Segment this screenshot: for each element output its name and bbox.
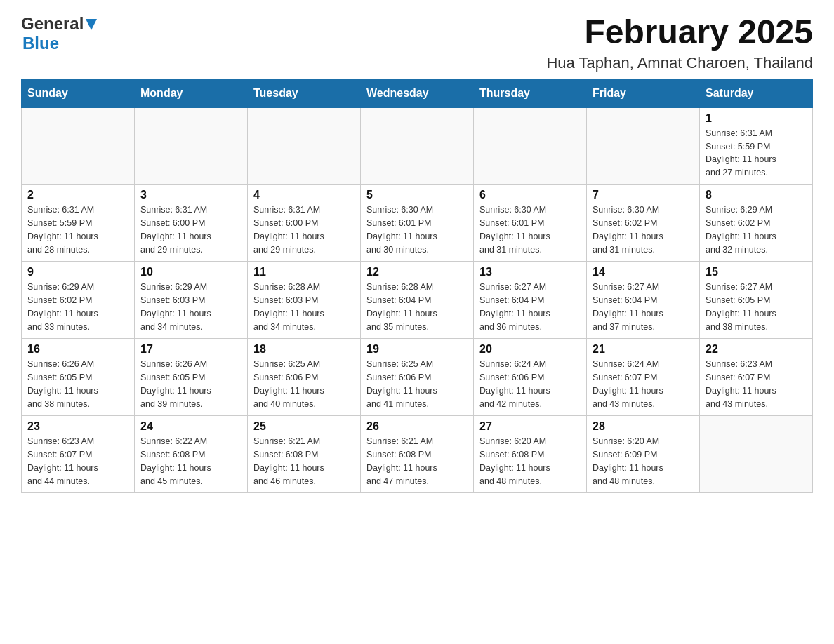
calendar-cell: 17Sunrise: 6:26 AM Sunset: 6:05 PM Dayli… (135, 339, 248, 416)
day-info: Sunrise: 6:25 AM Sunset: 6:06 PM Dayligh… (253, 358, 355, 410)
calendar-cell: 2Sunrise: 6:31 AM Sunset: 5:59 PM Daylig… (22, 185, 135, 262)
day-info: Sunrise: 6:21 AM Sunset: 6:08 PM Dayligh… (253, 435, 355, 488)
day-info: Sunrise: 6:31 AM Sunset: 5:59 PM Dayligh… (27, 203, 128, 256)
calendar-cell: 3Sunrise: 6:31 AM Sunset: 6:00 PM Daylig… (135, 185, 248, 262)
col-header-saturday: Saturday (700, 79, 813, 107)
calendar-cell: 10Sunrise: 6:29 AM Sunset: 6:03 PM Dayli… (135, 262, 248, 339)
calendar-cell: 28Sunrise: 6:20 AM Sunset: 6:09 PM Dayli… (587, 416, 700, 493)
logo: General Blue (21, 14, 97, 53)
calendar-week-row: 23Sunrise: 6:23 AM Sunset: 6:07 PM Dayli… (22, 416, 813, 493)
day-info: Sunrise: 6:22 AM Sunset: 6:08 PM Dayligh… (140, 435, 241, 488)
day-info: Sunrise: 6:25 AM Sunset: 6:06 PM Dayligh… (366, 358, 468, 410)
day-number: 13 (479, 266, 581, 279)
day-info: Sunrise: 6:29 AM Sunset: 6:02 PM Dayligh… (706, 203, 807, 256)
day-info: Sunrise: 6:21 AM Sunset: 6:08 PM Dayligh… (366, 435, 468, 488)
calendar-cell (700, 416, 813, 493)
logo-arrow-icon (86, 19, 97, 33)
calendar-cell (474, 107, 587, 185)
calendar-cell: 8Sunrise: 6:29 AM Sunset: 6:02 PM Daylig… (700, 185, 813, 262)
day-number: 17 (140, 343, 241, 356)
calendar-subtitle: Hua Taphan, Amnat Charoen, Thailand (546, 54, 813, 72)
col-header-tuesday: Tuesday (248, 79, 361, 107)
calendar-week-row: 2Sunrise: 6:31 AM Sunset: 5:59 PM Daylig… (22, 185, 813, 262)
calendar-cell: 18Sunrise: 6:25 AM Sunset: 6:06 PM Dayli… (248, 339, 361, 416)
calendar-cell: 25Sunrise: 6:21 AM Sunset: 6:08 PM Dayli… (248, 416, 361, 493)
day-number: 23 (27, 420, 128, 433)
day-info: Sunrise: 6:30 AM Sunset: 6:02 PM Dayligh… (593, 203, 694, 256)
day-number: 15 (706, 266, 807, 279)
day-number: 8 (706, 189, 807, 201)
calendar-cell: 24Sunrise: 6:22 AM Sunset: 6:08 PM Dayli… (135, 416, 248, 493)
col-header-sunday: Sunday (22, 79, 135, 107)
calendar-cell: 1Sunrise: 6:31 AM Sunset: 5:59 PM Daylig… (700, 107, 813, 185)
calendar-cell (361, 107, 474, 185)
logo-blue-text: Blue (22, 34, 59, 53)
day-info: Sunrise: 6:20 AM Sunset: 6:08 PM Dayligh… (479, 435, 581, 488)
calendar-cell: 13Sunrise: 6:27 AM Sunset: 6:04 PM Dayli… (474, 262, 587, 339)
calendar-cell: 26Sunrise: 6:21 AM Sunset: 6:08 PM Dayli… (361, 416, 474, 493)
svg-marker-0 (86, 19, 97, 30)
calendar-cell: 23Sunrise: 6:23 AM Sunset: 6:07 PM Dayli… (22, 416, 135, 493)
calendar-cell (248, 107, 361, 185)
day-number: 21 (593, 343, 694, 356)
col-header-wednesday: Wednesday (361, 79, 474, 107)
calendar-week-row: 16Sunrise: 6:26 AM Sunset: 6:05 PM Dayli… (22, 339, 813, 416)
calendar-cell: 12Sunrise: 6:28 AM Sunset: 6:04 PM Dayli… (361, 262, 474, 339)
day-number: 3 (140, 189, 241, 201)
day-info: Sunrise: 6:23 AM Sunset: 6:07 PM Dayligh… (706, 358, 807, 410)
day-number: 18 (253, 343, 355, 356)
day-number: 14 (593, 266, 694, 279)
day-number: 7 (593, 189, 694, 201)
day-info: Sunrise: 6:28 AM Sunset: 6:03 PM Dayligh… (253, 281, 355, 333)
day-number: 16 (27, 343, 128, 356)
calendar-cell: 11Sunrise: 6:28 AM Sunset: 6:03 PM Dayli… (248, 262, 361, 339)
day-number: 9 (27, 266, 128, 279)
day-info: Sunrise: 6:28 AM Sunset: 6:04 PM Dayligh… (366, 281, 468, 333)
calendar-header-row: SundayMondayTuesdayWednesdayThursdayFrid… (22, 79, 813, 107)
day-number: 2 (27, 189, 128, 201)
day-info: Sunrise: 6:30 AM Sunset: 6:01 PM Dayligh… (366, 203, 468, 256)
calendar-cell: 22Sunrise: 6:23 AM Sunset: 6:07 PM Dayli… (700, 339, 813, 416)
day-info: Sunrise: 6:29 AM Sunset: 6:02 PM Dayligh… (27, 281, 128, 333)
calendar-cell: 6Sunrise: 6:30 AM Sunset: 6:01 PM Daylig… (474, 185, 587, 262)
calendar-week-row: 9Sunrise: 6:29 AM Sunset: 6:02 PM Daylig… (22, 262, 813, 339)
day-number: 25 (253, 420, 355, 433)
calendar-cell: 15Sunrise: 6:27 AM Sunset: 6:05 PM Dayli… (700, 262, 813, 339)
calendar-cell: 16Sunrise: 6:26 AM Sunset: 6:05 PM Dayli… (22, 339, 135, 416)
day-number: 22 (706, 343, 807, 356)
col-header-monday: Monday (135, 79, 248, 107)
col-header-thursday: Thursday (474, 79, 587, 107)
calendar-cell (587, 107, 700, 185)
calendar-cell (22, 107, 135, 185)
day-number: 10 (140, 266, 241, 279)
day-info: Sunrise: 6:26 AM Sunset: 6:05 PM Dayligh… (140, 358, 241, 410)
day-number: 1 (706, 112, 807, 125)
calendar-cell (135, 107, 248, 185)
day-info: Sunrise: 6:29 AM Sunset: 6:03 PM Dayligh… (140, 281, 241, 333)
day-info: Sunrise: 6:31 AM Sunset: 6:00 PM Dayligh… (253, 203, 355, 256)
day-info: Sunrise: 6:27 AM Sunset: 6:04 PM Dayligh… (479, 281, 581, 333)
day-number: 11 (253, 266, 355, 279)
calendar-cell: 19Sunrise: 6:25 AM Sunset: 6:06 PM Dayli… (361, 339, 474, 416)
page-header: General Blue February 2025 Hua Taphan, A… (21, 14, 813, 72)
calendar-cell: 5Sunrise: 6:30 AM Sunset: 6:01 PM Daylig… (361, 185, 474, 262)
day-info: Sunrise: 6:24 AM Sunset: 6:07 PM Dayligh… (593, 358, 694, 410)
day-info: Sunrise: 6:27 AM Sunset: 6:04 PM Dayligh… (593, 281, 694, 333)
day-number: 19 (366, 343, 468, 356)
calendar-title: February 2025 (546, 14, 813, 51)
title-block: February 2025 Hua Taphan, Amnat Charoen,… (546, 14, 813, 72)
day-info: Sunrise: 6:31 AM Sunset: 5:59 PM Dayligh… (706, 127, 807, 180)
calendar-week-row: 1Sunrise: 6:31 AM Sunset: 5:59 PM Daylig… (22, 107, 813, 185)
calendar-cell: 20Sunrise: 6:24 AM Sunset: 6:06 PM Dayli… (474, 339, 587, 416)
day-number: 26 (366, 420, 468, 433)
calendar-table: SundayMondayTuesdayWednesdayThursdayFrid… (21, 79, 813, 494)
calendar-cell: 7Sunrise: 6:30 AM Sunset: 6:02 PM Daylig… (587, 185, 700, 262)
col-header-friday: Friday (587, 79, 700, 107)
calendar-cell: 14Sunrise: 6:27 AM Sunset: 6:04 PM Dayli… (587, 262, 700, 339)
day-number: 27 (479, 420, 581, 433)
day-number: 5 (366, 189, 468, 201)
day-info: Sunrise: 6:23 AM Sunset: 6:07 PM Dayligh… (27, 435, 128, 488)
day-info: Sunrise: 6:26 AM Sunset: 6:05 PM Dayligh… (27, 358, 128, 410)
calendar-cell: 21Sunrise: 6:24 AM Sunset: 6:07 PM Dayli… (587, 339, 700, 416)
day-info: Sunrise: 6:24 AM Sunset: 6:06 PM Dayligh… (479, 358, 581, 410)
